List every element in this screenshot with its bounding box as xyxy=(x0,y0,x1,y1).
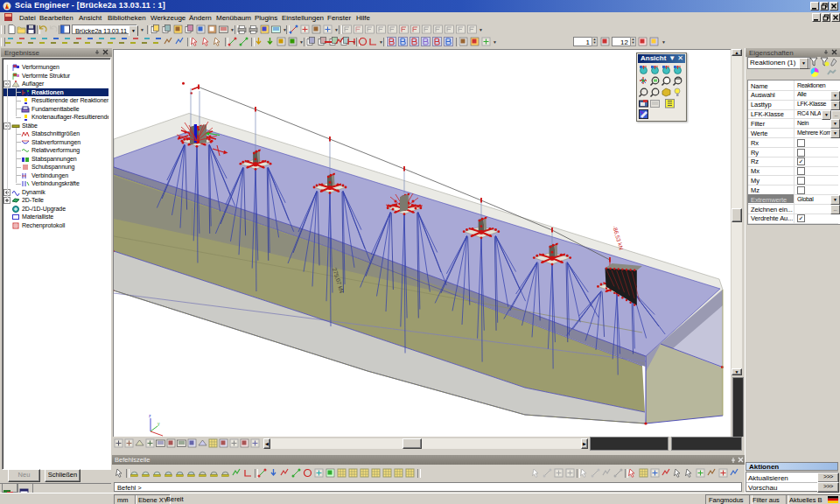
svg-text::: : xyxy=(641,89,642,94)
svg-text:z: z xyxy=(149,413,151,418)
svg-text:y: y xyxy=(158,421,160,426)
